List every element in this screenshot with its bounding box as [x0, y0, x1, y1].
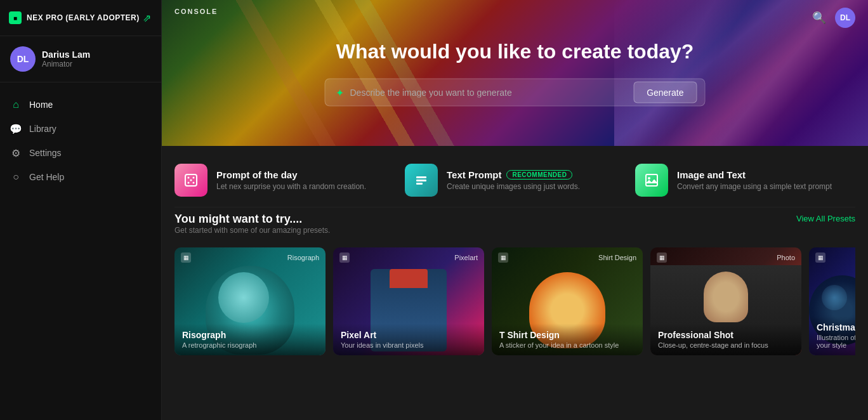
feature-title-prompt: Prompt of the day — [216, 169, 366, 180]
preset-desc-risograph: A retrographic risograph — [182, 341, 318, 349]
preset-card-label-pixel: Pixelart — [454, 254, 478, 261]
view-all-presets-link[interactable]: View All Presets — [796, 213, 855, 223]
dice-icon — [183, 173, 199, 188]
help-icon: ○ — [10, 171, 22, 183]
feature-icon-text-prompt — [405, 164, 438, 197]
generate-button[interactable]: Generate — [633, 82, 697, 103]
sidebar-item-settings[interactable]: ⚙ Settings — [0, 141, 161, 165]
preset-bottom-christmas: Christmas Illustration of your style — [809, 316, 855, 355]
svg-point-1 — [188, 177, 190, 179]
preset-desc-pixel: Your ideas in vibrant pixels — [341, 341, 477, 349]
feature-title-image-text: Image and Text — [677, 169, 832, 180]
brand-icon: ■ — [9, 11, 22, 24]
svg-point-3 — [188, 182, 190, 184]
preset-small-icon: ▦ — [181, 253, 191, 263]
preset-desc-photo: Close-up, centre-stage and in focus — [658, 341, 794, 349]
brand: ■ NEX PRO (EARLY ADOPTER) — [9, 11, 140, 24]
sidebar-item-home[interactable]: ⌂ Home — [0, 93, 161, 117]
library-icon: 💬 — [10, 123, 22, 135]
preset-small-icon-2: ▦ — [339, 253, 350, 263]
sidebar-item-label: Settings — [29, 148, 62, 158]
preset-name-photo: Professional Shot — [658, 330, 794, 340]
presets-header-left: You might want to try.... Get started wi… — [174, 213, 330, 245]
preset-name-pixel: Pixel Art — [341, 330, 477, 340]
preset-small-icon-5: ▦ — [815, 253, 825, 263]
preset-card-risograph[interactable]: ▦ Risograph Risograph A retrographic ris… — [174, 247, 326, 355]
feature-icon-image-text — [635, 164, 668, 197]
console-label: CONSOLE — [174, 8, 218, 15]
preset-card-photo[interactable]: ▦ Photo Professional Shot Close-up, cent… — [650, 247, 801, 355]
preset-bottom-risograph: Risograph A retrographic risograph — [174, 324, 326, 355]
preset-small-icon-3: ▦ — [498, 253, 508, 263]
brand-text: NEX PRO (EARLY ADOPTER) — [27, 13, 140, 22]
avatar: DL — [10, 46, 36, 72]
preset-name-christmas: Christmas — [817, 322, 855, 332]
feature-section: Prompt of the day Let nex surprise you w… — [162, 146, 868, 207]
preset-card-pixel-art[interactable]: ▦ Pixelart Pixel Art Your ideas in vibra… — [333, 247, 484, 355]
feature-desc-text-prompt: Create unique images using just words. — [447, 182, 580, 191]
user-section: DL Darius Lam Animator — [0, 36, 161, 82]
home-icon: ⌂ — [10, 99, 22, 110]
sparkle-icon: ✦ — [336, 86, 344, 98]
settings-icon: ⚙ — [10, 147, 22, 159]
preset-small-icon-4: ▦ — [657, 253, 667, 263]
preset-card-shirt[interactable]: ▦ Shirt Design T Shirt Design A sticker … — [492, 247, 643, 355]
feature-card-text-prompt[interactable]: Text Prompt RECOMMENDED Create unique im… — [405, 161, 625, 199]
preset-card-bg-shirt: ▦ Shirt Design T Shirt Design A sticker … — [492, 247, 643, 355]
preset-bottom-shirt: T Shirt Design A sticker of your idea in… — [492, 324, 643, 355]
sidebar-item-label: Library — [29, 124, 56, 134]
sidebar-item-label: Get Help — [29, 172, 64, 182]
sidebar-item-get-help[interactable]: ○ Get Help — [0, 165, 161, 189]
preset-card-bg-christmas: ▦ Christmas Illustration of your style — [809, 247, 855, 355]
preset-bottom-pixel: Pixel Art Your ideas in vibrant pixels — [333, 324, 484, 355]
prompt-input[interactable] — [350, 80, 631, 105]
preset-name-risograph: Risograph — [182, 330, 318, 340]
presets-subtitle: Get started with some of our amazing pre… — [174, 226, 330, 235]
preset-cards-container: ▦ Risograph Risograph A retrographic ris… — [174, 247, 855, 355]
svg-rect-6 — [416, 176, 426, 178]
preset-desc-christmas: Illustration of your style — [817, 334, 855, 349]
feature-desc-prompt: Let nex surprise you with a random creat… — [216, 182, 366, 191]
hero-content: What would you like to create today? ✦ G… — [162, 40, 868, 107]
preset-card-label-shirt: Shirt Design — [598, 254, 636, 261]
svg-rect-8 — [416, 183, 423, 185]
hero-section: CONSOLE 🔍 DL What would you like to crea… — [162, 0, 868, 146]
sidebar-item-label: Home — [29, 100, 53, 110]
nav-section: ⌂ Home 💬 Library ⚙ Settings ○ Get Help — [0, 82, 161, 420]
top-right-controls: 🔍 DL — [812, 8, 855, 28]
svg-point-5 — [190, 180, 192, 181]
feature-icon-prompt-of-day — [174, 164, 207, 197]
svg-rect-9 — [646, 174, 657, 186]
prompt-search-bar: ✦ Generate — [325, 79, 706, 107]
presets-header: You might want to try.... Get started wi… — [174, 213, 855, 245]
feature-card-text: Prompt of the day Let nex surprise you w… — [216, 169, 366, 191]
sidebar-header: ■ NEX PRO (EARLY ADOPTER) ⇗ — [0, 0, 161, 36]
feature-title-text-prompt: Text Prompt RECOMMENDED — [447, 169, 580, 180]
preset-bottom-photo: Professional Shot Close-up, centre-stage… — [650, 324, 801, 355]
user-name: Darius Lam — [42, 49, 90, 60]
preset-card-christmas[interactable]: ▦ Christmas Illustration of your style — [809, 247, 855, 355]
sidebar-item-library[interactable]: 💬 Library — [0, 117, 161, 141]
hero-title: What would you like to create today? — [162, 40, 868, 63]
svg-point-2 — [193, 177, 195, 179]
svg-rect-7 — [416, 180, 426, 181]
share-icon[interactable]: ⇗ — [143, 12, 151, 24]
preset-desc-shirt: A sticker of your idea in a cartoon styl… — [499, 341, 635, 349]
top-search-icon[interactable]: 🔍 — [812, 11, 826, 25]
preset-name-shirt: T Shirt Design — [499, 330, 635, 340]
preset-card-bg-pixel: ▦ Pixelart Pixel Art Your ideas in vibra… — [333, 247, 484, 355]
sidebar: ■ NEX PRO (EARLY ADOPTER) ⇗ DL Darius La… — [0, 0, 162, 420]
image-icon — [644, 173, 659, 188]
recommended-badge: RECOMMENDED — [506, 170, 572, 180]
preset-card-bg-photo: ▦ Photo Professional Shot Close-up, cent… — [650, 247, 801, 355]
text-icon — [414, 173, 429, 188]
feature-card-prompt-of-day[interactable]: Prompt of the day Let nex surprise you w… — [174, 161, 395, 199]
presets-section: You might want to try.... Get started wi… — [162, 207, 868, 365]
svg-point-4 — [193, 182, 195, 184]
user-role: Animator — [42, 60, 90, 69]
top-avatar[interactable]: DL — [835, 8, 855, 28]
main-content: CONSOLE 🔍 DL What would you like to crea… — [162, 0, 868, 420]
feature-desc-image-text: Convert any image using a simple text pr… — [677, 182, 832, 191]
feature-card-image-text[interactable]: Image and Text Convert any image using a… — [635, 161, 855, 199]
svg-point-10 — [648, 177, 650, 180]
